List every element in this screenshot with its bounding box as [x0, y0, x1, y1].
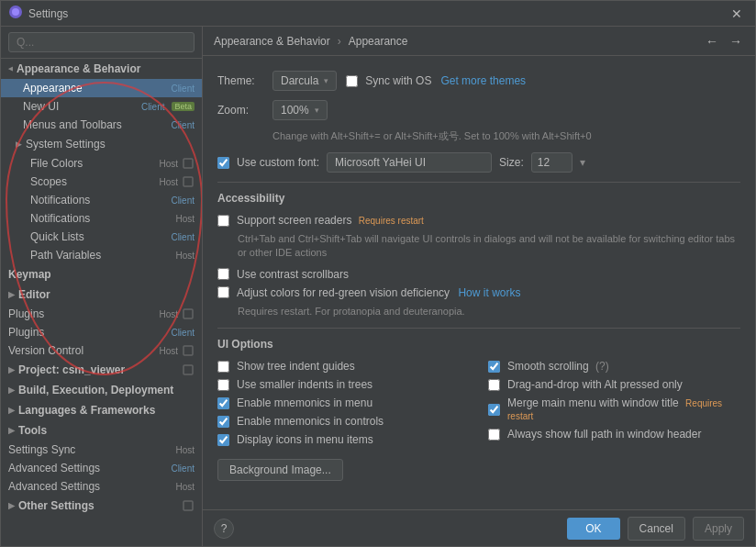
adjust-colors-row[interactable]: Adjust colors for red-green vision defic…: [217, 286, 740, 299]
drag-drop-label: Drag-and-drop with Alt pressed only: [507, 378, 683, 391]
smooth-scrolling-row[interactable]: Smooth scrolling (?): [488, 360, 740, 373]
show-tree-indent-row[interactable]: Show tree indent guides: [217, 360, 470, 373]
ok-button[interactable]: OK: [567, 518, 619, 540]
theme-dropdown[interactable]: Darcula ▾: [272, 71, 337, 91]
sidebar-item-badge-advanced-settings-client: Client: [171, 463, 195, 474]
sidebar-group-header-project[interactable]: ▶ Project: csm_viewer: [1, 360, 202, 380]
scopes-icon: [182, 175, 195, 188]
drag-drop-checkbox[interactable]: [488, 379, 500, 391]
merge-main-menu-row[interactable]: Merge main menu with window title Requir…: [488, 396, 740, 422]
sidebar-item-scopes[interactable]: Scopes Host: [1, 173, 202, 191]
file-colors-icon: [182, 157, 195, 170]
sidebar-item-version-control[interactable]: Version Control Host: [1, 341, 202, 360]
get-more-themes-link[interactable]: Get more themes: [440, 74, 526, 87]
window-close-button[interactable]: ✕: [726, 5, 748, 23]
sidebar-item-notifications-host[interactable]: Notifications Host: [1, 209, 202, 228]
sidebar-item-badge-notifications-client: Client: [171, 195, 195, 206]
enable-mnemonics-controls-checkbox[interactable]: [217, 416, 229, 428]
custom-font-checkbox[interactable]: [217, 157, 229, 169]
sidebar-item-path-variables[interactable]: Path Variables Host: [1, 246, 202, 264]
display-icons-menu-checkbox[interactable]: [217, 434, 229, 446]
zoom-label: Zoom:: [217, 104, 263, 117]
sidebar-item-plugins-client[interactable]: Plugins Client: [1, 323, 202, 341]
sidebar-subgroup-system-settings[interactable]: ▶ System Settings: [1, 134, 202, 154]
sidebar-item-new-ui[interactable]: New UI Client Beta: [1, 97, 202, 116]
search-input[interactable]: [8, 32, 195, 52]
sidebar-group-header-tools[interactable]: ▶ Tools: [1, 420, 202, 441]
custom-font-row: Use custom font: Size: ▾: [217, 152, 740, 173]
zoom-dropdown[interactable]: 100% ▾: [272, 100, 328, 120]
background-image-button[interactable]: Background Image...: [217, 459, 343, 481]
merge-main-menu-checkbox[interactable]: [488, 404, 500, 416]
display-icons-menu-row[interactable]: Display icons in menu items: [217, 433, 470, 446]
sidebar-item-file-colors[interactable]: File Colors Host: [1, 154, 202, 173]
enable-mnemonics-controls-row[interactable]: Enable mnemonics in controls: [217, 415, 470, 428]
sidebar-item-advanced-settings-client[interactable]: Advanced Settings Client: [1, 459, 202, 477]
app-icon: [8, 5, 23, 22]
breadcrumb-back-button[interactable]: ←: [704, 32, 720, 50]
window-title: Settings: [28, 7, 726, 20]
support-screen-readers-row[interactable]: Support screen readers Requires restart: [217, 214, 740, 227]
custom-font-checkbox-row[interactable]: Use custom font:: [217, 156, 319, 169]
use-smaller-indents-row[interactable]: Use smaller indents in trees: [217, 378, 470, 391]
keymap-label: Keymap: [8, 268, 51, 281]
apply-button[interactable]: Apply: [693, 517, 744, 541]
sidebar-item-settings-sync[interactable]: Settings Sync Host: [1, 441, 202, 459]
sidebar-item-badge-plugins-host: Host: [159, 309, 178, 319]
smooth-scrolling-info-icon[interactable]: (?): [595, 360, 609, 373]
cancel-button[interactable]: Cancel: [628, 517, 685, 541]
sidebar-group-appearance-behavior: ▾ Appearance & Behavior Appearance Clien…: [1, 59, 202, 264]
enable-mnemonics-menu-row[interactable]: Enable mnemonics in menu: [217, 396, 470, 409]
sidebar-item-label-quick-lists: Quick Lists: [30, 230, 84, 243]
always-show-full-path-row[interactable]: Always show full path in window header: [488, 428, 740, 441]
right-panel: Appearance & Behavior › Appearance ← → T…: [203, 27, 755, 546]
ui-options-left: Show tree indent guides Use smaller inde…: [217, 360, 470, 452]
how-it-works-link[interactable]: How it works: [458, 286, 520, 299]
contrast-scrollbars-checkbox[interactable]: [217, 268, 229, 280]
sidebar-item-menus-toolbars[interactable]: Menus and Toolbars Client: [1, 116, 202, 134]
sidebar-item-badge-quick-lists: Client: [171, 232, 195, 242]
always-show-full-path-label: Always show full path in window header: [507, 428, 701, 441]
zoom-dropdown-arrow: ▾: [315, 106, 319, 115]
breadcrumb-bar: Appearance & Behavior › Appearance ← →: [203, 27, 755, 56]
sidebar-item-badge-settings-sync: Host: [175, 445, 195, 455]
project-expand-arrow: ▶: [8, 365, 15, 374]
drag-drop-row[interactable]: Drag-and-drop with Alt pressed only: [488, 378, 740, 391]
show-tree-indent-checkbox[interactable]: [217, 361, 229, 373]
sidebar-group-header-keymap[interactable]: Keymap: [1, 264, 202, 285]
search-bar: [1, 27, 202, 59]
support-screen-readers-label: Support screen readers Requires restart: [237, 214, 424, 227]
enable-mnemonics-menu-checkbox[interactable]: [217, 397, 229, 409]
sidebar-item-label-appearance: Appearance: [23, 82, 83, 95]
sidebar: ▾ Appearance & Behavior Appearance Clien…: [1, 27, 203, 546]
sync-with-os-row[interactable]: Sync with OS: [346, 74, 431, 87]
sidebar-item-appearance[interactable]: Appearance Client: [1, 79, 202, 97]
sidebar-item-notifications-client[interactable]: Notifications Client: [1, 191, 202, 209]
sidebar-item-badge-path-variables: Host: [175, 251, 195, 261]
contrast-scrollbars-row[interactable]: Use contrast scrollbars: [217, 268, 740, 281]
sync-with-os-checkbox[interactable]: [346, 75, 358, 87]
breadcrumb-forward-button[interactable]: →: [728, 32, 744, 50]
sidebar-item-plugins-host[interactable]: Plugins Host: [1, 305, 202, 323]
help-button[interactable]: ?: [214, 519, 234, 539]
ui-options-title: UI Options: [217, 338, 740, 351]
always-show-full-path-checkbox[interactable]: [488, 429, 500, 441]
smooth-scrolling-checkbox[interactable]: [488, 361, 500, 373]
sidebar-group-header-appearance-behavior[interactable]: ▾ Appearance & Behavior: [1, 59, 202, 79]
sidebar-group-header-editor[interactable]: ▶ Editor: [1, 285, 202, 305]
adjust-colors-checkbox[interactable]: [217, 286, 229, 298]
sidebar-item-badge-file-colors: Host: [159, 159, 178, 169]
expand-arrow: ▾: [6, 67, 16, 72]
sidebar-item-label-notifications-host: Notifications: [30, 212, 90, 225]
sidebar-group-header-other[interactable]: ▶ Other Settings: [1, 496, 202, 516]
zoom-row: Zoom: 100% ▾: [217, 100, 740, 120]
font-input[interactable]: [327, 152, 492, 173]
sidebar-item-label-advanced-settings-host: Advanced Settings: [8, 480, 100, 493]
support-screen-readers-checkbox[interactable]: [217, 215, 229, 227]
sidebar-group-header-build[interactable]: ▶ Build, Execution, Deployment: [1, 380, 202, 400]
use-smaller-indents-checkbox[interactable]: [217, 379, 229, 391]
sidebar-group-header-languages[interactable]: ▶ Languages & Frameworks: [1, 400, 202, 420]
font-size-input[interactable]: [531, 152, 573, 173]
sidebar-item-advanced-settings-host[interactable]: Advanced Settings Host: [1, 477, 202, 496]
sidebar-item-quick-lists[interactable]: Quick Lists Client: [1, 228, 202, 246]
